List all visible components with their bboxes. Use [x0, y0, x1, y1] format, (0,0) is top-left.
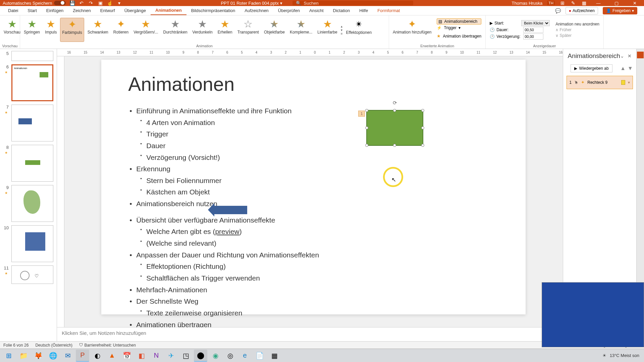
undo-icon[interactable]: ↶	[78, 0, 85, 6]
autosave-toggle[interactable]: Automatisches Speichern	[3, 1, 66, 6]
start-button[interactable]: ⊞	[2, 350, 15, 362]
explorer-icon[interactable]: 📁	[17, 350, 30, 362]
preview-button[interactable]: ★Vorschau	[2, 18, 22, 42]
touch-icon[interactable]: ☝	[107, 0, 113, 6]
effect-verdunkeln[interactable]: ★Verdunkeln	[191, 18, 214, 42]
language-indicator[interactable]: Deutsch (Österreich)	[35, 343, 72, 348]
trigger-button[interactable]: ⚡Trigger ▾	[437, 25, 481, 30]
record-button[interactable]: ●Aufzeichnen	[566, 7, 598, 14]
tab-ansicht[interactable]: Ansicht	[305, 6, 328, 15]
resize-handle[interactable]	[393, 109, 396, 112]
tab-aufzeichnen[interactable]: Aufzeichnen	[240, 6, 273, 15]
effect-komplement[interactable]: ★Kompleme...	[288, 18, 314, 42]
resize-handle[interactable]	[365, 109, 368, 112]
start-select[interactable]: Beim Klicken	[521, 20, 550, 26]
tab-zeichnen[interactable]: Zeichnen	[68, 6, 95, 15]
gallery-more-button[interactable]: ▴▾≡	[341, 24, 343, 36]
thumb-8[interactable]: 8★	[3, 145, 53, 182]
tab-dictation[interactable]: Dictation	[328, 6, 355, 15]
effect-rotieren[interactable]: ✦Rotieren	[112, 18, 130, 42]
slide-canvas[interactable]: Animationen Einführung in Animationseffe…	[64, 56, 562, 327]
effect-options-button[interactable]: ✴Effektoptionen	[344, 18, 374, 42]
vlc-icon[interactable]: ▲	[105, 350, 119, 362]
firefox-icon[interactable]: 🦊	[32, 350, 45, 362]
animation-order-tag[interactable]: 1	[358, 111, 365, 117]
user-name[interactable]: Thomas Hruska	[512, 1, 543, 6]
coming-soon-icon[interactable]: ⊞	[559, 0, 566, 6]
effect-impuls[interactable]: ★Impuls	[43, 18, 58, 42]
slide-bullets-2[interactable]: Übersicht über verfügbare Animationseffe…	[128, 215, 505, 327]
app-icon-4[interactable]: ◎	[223, 350, 237, 362]
outlook-icon[interactable]: ✉	[61, 350, 74, 362]
move-down-icon[interactable]: ▼	[628, 65, 633, 71]
obs-icon[interactable]: ⬤	[194, 350, 207, 362]
effect-objektfarbe[interactable]: ★Objektfarbe	[262, 18, 286, 42]
tab-einfuegen[interactable]: Einfügen	[42, 6, 68, 15]
weather-text[interactable]: 13°C Meist son	[610, 353, 639, 358]
powerpoint-icon[interactable]: P	[76, 350, 89, 362]
notepad-icon[interactable]: 📄	[253, 350, 266, 362]
record-indicator-icon[interactable]: ◉	[209, 350, 222, 362]
effect-transparent[interactable]: ☆Transparent	[236, 18, 261, 42]
tab-start[interactable]: Start	[23, 6, 41, 15]
thumb-11[interactable]: 11★♡	[3, 265, 53, 284]
tab-entwurf[interactable]: Entwurf	[96, 6, 120, 15]
delay-input[interactable]	[523, 34, 543, 40]
slide[interactable]: Animationen Einführung in Animationseffe…	[101, 60, 526, 314]
tab-formformat[interactable]: Formformat	[373, 6, 405, 15]
thumb-10[interactable]: 10	[3, 225, 53, 262]
duration-input[interactable]	[523, 27, 543, 33]
app-icon[interactable]: ◐	[91, 350, 104, 362]
animation-list-item[interactable]: 1 🖱 ✦ Rechteck 9 ▾	[567, 76, 633, 89]
transfer-anim-button[interactable]: ★Animation übertragen	[437, 31, 481, 41]
slide-counter[interactable]: Folie 6 von 26	[3, 343, 29, 348]
thumb-6[interactable]: 6★Animationen	[3, 64, 53, 101]
thumb-5[interactable]: 5	[3, 51, 53, 61]
thumb-7[interactable]: 7★	[3, 105, 53, 141]
effect-farbimpuls[interactable]: ✦Farbimpuls	[60, 18, 84, 42]
effect-erhellen[interactable]: ★Erhellen	[216, 18, 234, 42]
save-icon[interactable]: 💾	[69, 0, 75, 6]
notes-field[interactable]: Klicken Sie, um Notizen hinzuzufügen	[57, 327, 562, 341]
tab-datei[interactable]: Datei	[3, 6, 23, 15]
app-icon-5[interactable]: ▦	[268, 350, 281, 362]
ink-icon[interactable]: ✎	[570, 0, 576, 6]
anim-pane-button[interactable]: ▤Animationsbereich	[437, 18, 481, 24]
toggle-switch[interactable]	[54, 1, 66, 5]
thumb-9[interactable]: 9★	[3, 185, 53, 222]
close-button[interactable]: ✕	[628, 0, 641, 6]
effect-vergroessern[interactable]: ★Vergrößern/...	[132, 18, 160, 42]
resize-handle[interactable]	[421, 126, 424, 129]
slide-bullets[interactable]: Einführung in Animationseffekte und ihre…	[128, 105, 505, 210]
calendar-icon[interactable]: 📅	[120, 350, 133, 362]
window-icon[interactable]: ▦	[581, 0, 587, 6]
add-animation-button[interactable]: ✦Animation hinzufügen	[391, 18, 433, 42]
blue-arrow-shape[interactable]	[214, 206, 247, 214]
pane-dropdown-icon[interactable]: ⌄	[620, 53, 624, 59]
redo-icon[interactable]: ↷	[88, 0, 94, 6]
rotation-handle-icon[interactable]: ⟳	[393, 100, 397, 106]
present-icon[interactable]: ▣	[97, 0, 103, 6]
tab-hilfe[interactable]: Hilfe	[355, 6, 373, 15]
comments-icon[interactable]: 💬	[555, 8, 561, 13]
effect-durchtraenken[interactable]: ★Durchtränken	[162, 18, 189, 42]
effect-schwanken[interactable]: ★Schwanken	[86, 18, 110, 42]
maximize-button[interactable]: ▢	[610, 0, 623, 6]
slide-thumbnails[interactable]: 5 6★Animationen 7★ 8★ 9★ 10 11★♡	[0, 49, 57, 341]
chrome-icon[interactable]: 🌐	[46, 350, 60, 362]
move-up-icon[interactable]: ▲	[620, 65, 626, 71]
telegram-icon[interactable]: ✈	[164, 350, 178, 362]
green-rectangle-shape[interactable]: 1 ⟳	[366, 110, 423, 146]
minimize-button[interactable]: —	[592, 0, 605, 6]
vertical-ruler[interactable]	[57, 56, 64, 327]
anim-item-menu-icon[interactable]: ▾	[628, 80, 630, 85]
accessibility-check[interactable]: ⛉ Barrierefreiheit: Untersuchen	[79, 343, 136, 348]
filename[interactable]: PPT 01 Roter Faden 004.pptx ▾	[221, 1, 282, 6]
slide-title[interactable]: Animationen	[128, 73, 505, 95]
weather-icon[interactable]: ☀	[602, 353, 606, 358]
tab-bildschirmpraesentation[interactable]: Bildschirmpräsentation	[186, 6, 240, 15]
effect-linienfarbe[interactable]: ★Linienfarbe	[316, 18, 339, 42]
share-button[interactable]: 👤Freigeben▾	[603, 7, 637, 14]
user-badge[interactable]: TH	[547, 1, 555, 5]
app-icon-3[interactable]: ◳	[179, 350, 193, 362]
